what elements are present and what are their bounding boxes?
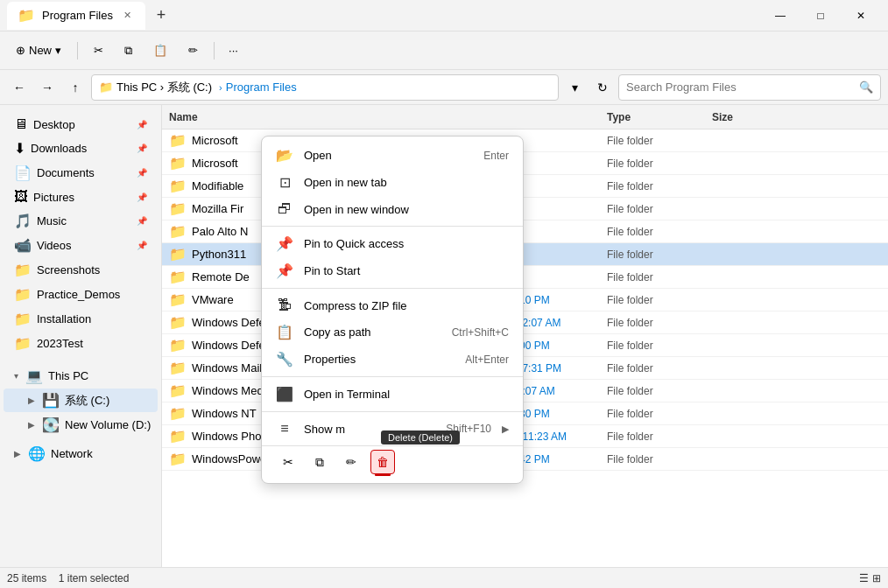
sidebar-item-drive-c[interactable]: ▶ 💾 系统 (C:) — [4, 388, 158, 412]
menu-item-label: Open — [304, 149, 473, 162]
sidebar: 🖥 Desktop 📌 ⬇ Downloads 📌 📄 Documents 📌 … — [0, 105, 162, 567]
close-button[interactable]: ✕ — [841, 2, 881, 30]
view-grid-icon[interactable]: ⊞ — [872, 572, 881, 584]
menu-item-open-new-window[interactable]: 🗗 Open in new window — [262, 196, 523, 222]
name-column-header[interactable]: Name — [169, 111, 467, 123]
new-tab-button[interactable]: + — [149, 4, 173, 28]
folder-icon: 📁 — [169, 223, 187, 240]
sidebar-item-label: New Volume (D:) — [65, 418, 151, 431]
screenshots-icon: 📁 — [14, 262, 32, 278]
menu-item-open[interactable]: 📂 Open Enter — [262, 142, 523, 169]
tab-label: Program Files — [42, 9, 113, 22]
sidebar-item-desktop[interactable]: 🖥 Desktop 📌 — [4, 113, 158, 136]
pictures-icon: 🖼 — [14, 189, 28, 205]
mini-cut-button[interactable]: ✂ — [276, 450, 300, 474]
back-button[interactable]: ← — [7, 75, 32, 100]
sidebar-item-drive-d[interactable]: ▶ 💽 New Volume (D:) — [4, 413, 158, 437]
menu-shortcut: Ctrl+Shift+C — [452, 326, 509, 339]
rename-button[interactable]: ✏ — [180, 37, 207, 65]
sidebar-item-network[interactable]: ▶ 🌐 Network — [4, 442, 158, 466]
cut-button[interactable]: ✂ — [85, 37, 112, 65]
type-column-header[interactable]: Type — [607, 111, 712, 123]
tab-close-button[interactable]: ✕ — [120, 8, 135, 23]
sidebar-item-videos[interactable]: 📹 Videos 📌 — [4, 234, 158, 257]
mini-copy-button[interactable]: ⧉ — [307, 450, 332, 474]
menu-item-pin-start[interactable]: 📌 Pin to Start — [262, 257, 523, 284]
minimize-button[interactable]: — — [760, 2, 800, 30]
pin-icon: 📌 — [137, 120, 147, 130]
this-pc-icon: 💻 — [25, 368, 43, 384]
menu-item-label: Copy as path — [304, 326, 441, 339]
file-type: File folder — [607, 226, 712, 238]
window-controls: — □ ✕ — [760, 2, 881, 30]
copy-icon: ⧉ — [124, 44, 132, 58]
installation-icon: 📁 — [14, 311, 32, 327]
maximize-button[interactable]: □ — [800, 2, 841, 30]
view-list-icon[interactable]: ☰ — [859, 572, 869, 584]
sidebar-item-installation[interactable]: 📁 Installation — [4, 307, 158, 331]
menu-item-label: Open in new window — [304, 203, 509, 216]
sidebar-item-label: Screenshots — [37, 263, 100, 276]
sidebar-item-2023test[interactable]: 📁 2023Test — [4, 332, 158, 355]
search-box[interactable]: 🔍 — [618, 74, 881, 101]
file-type: File folder — [607, 203, 712, 215]
pin-icon: 📌 — [137, 168, 147, 178]
expand-icon: ▶ — [28, 420, 35, 430]
search-input[interactable] — [626, 80, 856, 94]
status-count: 25 items 1 item selected — [7, 572, 129, 584]
file-type: File folder — [607, 317, 712, 329]
menu-item-properties[interactable]: 🔧 Properties Alt+Enter — [262, 346, 523, 373]
menu-separator — [262, 226, 523, 227]
refresh-button[interactable]: ↻ — [590, 75, 615, 100]
sidebar-item-label: Desktop — [33, 118, 75, 131]
sidebar-item-downloads[interactable]: ⬇ Downloads 📌 — [4, 136, 158, 160]
menu-separator — [262, 411, 523, 412]
file-type: File folder — [607, 340, 712, 352]
mini-delete-button[interactable]: 🗑 — [370, 450, 395, 474]
program-files-tab[interactable]: 📁 Program Files ✕ — [7, 2, 145, 30]
menu-item-compress[interactable]: 🗜 Compress to ZIP file — [262, 292, 523, 318]
menu-item-open-terminal[interactable]: ⬛ Open in Terminal — [262, 381, 523, 408]
menu-item-copy-path[interactable]: 📋 Copy as path Ctrl+Shift+C — [262, 318, 523, 346]
sidebar-item-label: Practice_Demos — [37, 288, 120, 301]
copy-button[interactable]: ⧉ — [116, 37, 141, 65]
sidebar-item-practice[interactable]: 📁 Practice_Demos — [4, 283, 158, 306]
delete-tooltip: Delete (Delete) — [381, 430, 460, 444]
size-column-header[interactable]: Size — [712, 111, 782, 123]
menu-item-pin-quick[interactable]: 📌 Pin to Quick access — [262, 230, 523, 257]
sidebar-item-documents[interactable]: 📄 Documents 📌 — [4, 161, 158, 185]
paste-button[interactable]: 📋 — [144, 37, 176, 65]
address-bar: ← → ↑ 📁 This PC › 系统 (C:) › Program File… — [0, 70, 888, 105]
file-type: File folder — [607, 430, 712, 443]
new-button[interactable]: ⊕ New ▾ — [7, 37, 70, 65]
sidebar-item-pictures[interactable]: 🖼 Pictures 📌 — [4, 186, 158, 208]
file-name-text: Palo Alto N — [192, 225, 248, 238]
folder-icon: 📁 — [169, 314, 187, 331]
more-icon: ··· — [229, 44, 238, 57]
dropdown-button[interactable]: ▾ — [562, 75, 587, 100]
sidebar-item-screenshots[interactable]: 📁 Screenshots — [4, 258, 158, 282]
up-button[interactable]: ↑ — [63, 75, 88, 100]
mini-rename-button[interactable]: ✏ — [339, 450, 363, 474]
show-more-icon: ≡ — [276, 421, 293, 437]
paste-icon: 📋 — [153, 44, 167, 57]
file-type: File folder — [607, 453, 712, 466]
folder-icon: 📁 — [169, 360, 187, 376]
title-bar: 📁 Program Files ✕ + — □ ✕ — [0, 0, 888, 32]
more-button[interactable]: ··· — [222, 37, 245, 65]
folder-icon: 📁 — [169, 291, 187, 308]
menu-item-open-new-tab[interactable]: ⊡ Open in new tab — [262, 169, 523, 196]
sidebar-item-label: 系统 (C:) — [65, 393, 109, 409]
sidebar-item-this-pc[interactable]: ▾ 💻 This PC — [4, 364, 158, 388]
address-path[interactable]: 📁 This PC › 系统 (C:) › Program Files — [91, 74, 559, 101]
open-new-tab-icon: ⊡ — [276, 174, 293, 191]
sidebar-item-music[interactable]: 🎵 Music 📌 — [4, 209, 158, 233]
file-type: File folder — [607, 248, 712, 261]
file-name-text: Modifiable — [192, 179, 243, 192]
file-type: File folder — [607, 362, 712, 374]
properties-icon: 🔧 — [276, 351, 293, 368]
path-separator: › — [219, 82, 222, 93]
file-name-text: Windows NT — [192, 407, 257, 420]
tab-folder-icon: 📁 — [18, 7, 35, 24]
forward-button[interactable]: → — [35, 75, 60, 100]
